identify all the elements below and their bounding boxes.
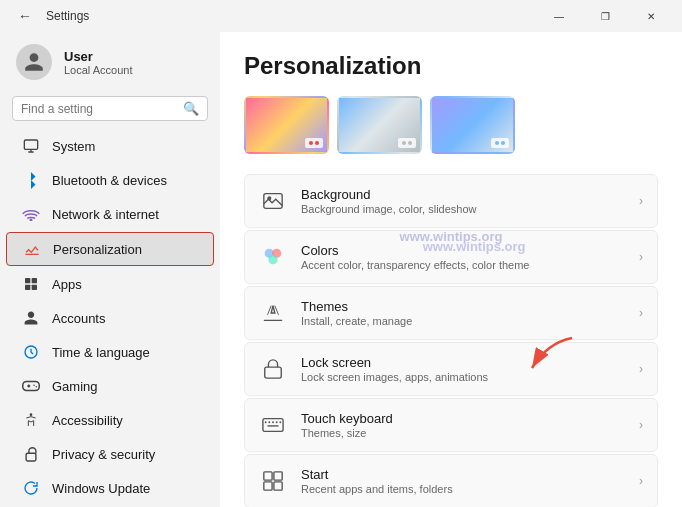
background-text: Background Background image, color, slid… [301, 187, 625, 215]
start-title: Start [301, 467, 625, 482]
nav-item[interactable]: Time & language [6, 336, 214, 368]
nav-label-accessibility: Accessibility [52, 413, 123, 428]
bluetooth-icon [22, 171, 40, 189]
svg-rect-4 [32, 278, 37, 283]
sidebar: User Local Account 🔍 System Bluetooth & … [0, 32, 220, 507]
svg-rect-6 [32, 285, 37, 290]
app-container: User Local Account 🔍 System Bluetooth & … [0, 32, 682, 507]
avatar [16, 44, 52, 80]
nav-label-update: Windows Update [52, 481, 150, 496]
settings-item-touchkeyboard[interactable]: Touch keyboard Themes, size › [244, 398, 658, 452]
apps-icon [22, 275, 40, 293]
theme-previews [244, 96, 658, 154]
svg-rect-18 [265, 367, 282, 378]
user-section: User Local Account [0, 32, 220, 92]
colors-title: Colors [301, 243, 625, 258]
window-controls: — ❐ ✕ [536, 0, 674, 32]
start-icon [259, 467, 287, 495]
nav-label-time: Time & language [52, 345, 150, 360]
page-title: Personalization [244, 52, 658, 80]
svg-rect-12 [26, 453, 36, 461]
colors-text: Colors Accent color, transparency effect… [301, 243, 625, 271]
nav-item[interactable]: Accounts [6, 302, 214, 334]
nav-item[interactable]: Network & internet [6, 198, 214, 230]
content-wrapper: Personalization [220, 32, 682, 507]
nav-label-personalization: Personalization [53, 242, 142, 257]
theme-preview-3[interactable] [430, 96, 515, 154]
nav-item[interactable]: Accessibility [6, 404, 214, 436]
nav-label-network: Network & internet [52, 207, 159, 222]
nav-item[interactable]: Privacy & security [6, 438, 214, 470]
settings-list: Background Background image, color, slid… [244, 174, 658, 507]
nav-label-apps: Apps [52, 277, 82, 292]
nav-item[interactable]: Apps [6, 268, 214, 300]
nav-item[interactable]: System [6, 130, 214, 162]
svg-rect-29 [264, 482, 272, 490]
lockscreen-icon [259, 355, 287, 383]
search-input[interactable] [21, 102, 177, 116]
nav-label-bluetooth: Bluetooth & devices [52, 173, 167, 188]
nav-label-privacy: Privacy & security [52, 447, 155, 462]
settings-item-colors[interactable]: Colors Accent color, transparency effect… [244, 230, 658, 284]
user-info: User Local Account [64, 49, 133, 76]
svg-rect-20 [263, 419, 283, 432]
user-name: User [64, 49, 133, 64]
nav-item[interactable]: Bluetooth & devices [6, 164, 214, 196]
search-icon: 🔍 [183, 101, 199, 116]
svg-rect-28 [274, 472, 282, 480]
touchkeyboard-desc: Themes, size [301, 427, 625, 439]
svg-rect-8 [23, 382, 40, 391]
svg-point-1 [30, 219, 32, 221]
title-bar: ← Settings — ❐ ✕ [0, 0, 682, 32]
background-icon [259, 187, 287, 215]
theme-preview-1[interactable] [244, 96, 329, 154]
themes-title: Themes [301, 299, 625, 314]
personalization-icon [23, 240, 41, 258]
lockscreen-arrow: › [639, 362, 643, 376]
themes-arrow: › [639, 306, 643, 320]
background-title: Background [301, 187, 625, 202]
content-area: Personalization [220, 32, 682, 507]
svg-rect-5 [25, 285, 30, 290]
svg-point-14 [268, 197, 271, 200]
settings-item-themes[interactable]: Themes Install, create, manage › [244, 286, 658, 340]
lockscreen-desc: Lock screen images, apps, animations [301, 371, 625, 383]
settings-item-lockscreen[interactable]: Lock screen Lock screen images, apps, an… [244, 342, 658, 396]
update-icon [22, 479, 40, 497]
back-button[interactable]: ← [12, 6, 38, 26]
search-box[interactable]: 🔍 [12, 96, 208, 121]
start-desc: Recent apps and items, folders [301, 483, 625, 495]
svg-point-9 [33, 385, 35, 387]
touchkeyboard-icon [259, 411, 287, 439]
nav-item[interactable]: Gaming [6, 370, 214, 402]
svg-rect-27 [264, 472, 272, 480]
maximize-button[interactable]: ❐ [582, 0, 628, 32]
background-desc: Background image, color, slideshow [301, 203, 625, 215]
svg-point-10 [36, 386, 38, 388]
start-arrow: › [639, 474, 643, 488]
nav-item[interactable]: Windows Update [6, 472, 214, 504]
svg-point-11 [30, 413, 33, 416]
themes-desc: Install, create, manage [301, 315, 625, 327]
nav-item-personalization[interactable]: Personalization [6, 232, 214, 266]
svg-rect-3 [25, 278, 30, 283]
lockscreen-title: Lock screen [301, 355, 625, 370]
minimize-button[interactable]: — [536, 0, 582, 32]
colors-icon [259, 243, 287, 271]
touchkeyboard-text: Touch keyboard Themes, size [301, 411, 625, 439]
themes-text: Themes Install, create, manage [301, 299, 625, 327]
touchkeyboard-arrow: › [639, 418, 643, 432]
accounts-icon [22, 309, 40, 327]
nav-label-accounts: Accounts [52, 311, 105, 326]
themes-icon [259, 299, 287, 327]
settings-item-background[interactable]: Background Background image, color, slid… [244, 174, 658, 228]
start-text: Start Recent apps and items, folders [301, 467, 625, 495]
system-icon [22, 137, 40, 155]
theme-preview-2[interactable] [337, 96, 422, 154]
close-button[interactable]: ✕ [628, 0, 674, 32]
user-account-type: Local Account [64, 64, 133, 76]
settings-item-start[interactable]: Start Recent apps and items, folders › [244, 454, 658, 507]
gaming-icon [22, 377, 40, 395]
nav-label-system: System [52, 139, 95, 154]
time-icon [22, 343, 40, 361]
